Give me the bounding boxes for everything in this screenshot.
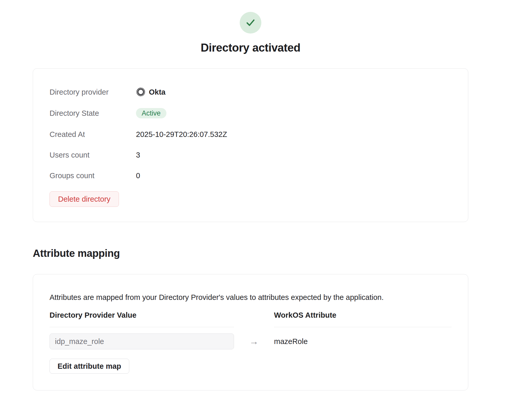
directory-state-label: Directory State [50,109,136,118]
directory-provider-value: Okta [136,87,165,97]
directory-provider-label: Directory provider [50,87,136,97]
provider-name-text: Okta [149,87,165,97]
attribute-mapping-description: Attributes are mapped from your Director… [50,292,452,302]
created-at-label: Created At [50,130,136,139]
workos-attribute-column-header: WorkOS Attribute [274,310,452,327]
arrow-right-icon: → [249,336,259,347]
directory-details-card: Directory provider [33,68,468,222]
attribute-mapping-card: Attributes are mapped from your Director… [33,274,468,390]
created-at-value: 2025-10-29T20:26:07.532Z [136,130,227,139]
main-content: Directory activated Directory provider [33,0,468,390]
created-at-row: Created At 2025-10-29T20:26:07.532Z [50,130,452,139]
edit-attribute-map-button[interactable]: Edit attribute map [50,359,129,374]
directory-state-row: Directory State Active [50,108,452,118]
provider-value-input[interactable] [50,333,234,349]
attribute-mapping-table: Directory Provider Value WorkOS Attribut… [50,310,452,349]
page-title: Directory activated [33,41,468,54]
directory-state-value: Active [136,108,166,118]
workos-attribute-value: mazeRole [274,337,308,346]
groups-count-value: 0 [136,171,140,180]
users-count-row: Users count 3 [50,150,452,160]
check-icon [245,17,256,29]
users-count-value: 3 [136,150,140,160]
workos-attribute-cell: mazeRole [274,333,452,349]
groups-count-label: Groups count [50,171,136,180]
attribute-mapping-heading: Attribute mapping [33,247,468,259]
status-badge: Active [136,108,166,118]
groups-count-row: Groups count 0 [50,171,452,180]
column-spacer [234,310,274,327]
provider-value-column-header: Directory Provider Value [50,310,234,327]
mapping-arrow-cell: → [234,333,274,349]
users-count-label: Users count [50,150,136,160]
okta-logo-icon [136,87,146,97]
success-check-circle [240,12,261,34]
delete-directory-button[interactable]: Delete directory [50,191,119,207]
provider-value-cell [50,333,234,349]
directory-provider-row: Directory provider [50,87,452,97]
